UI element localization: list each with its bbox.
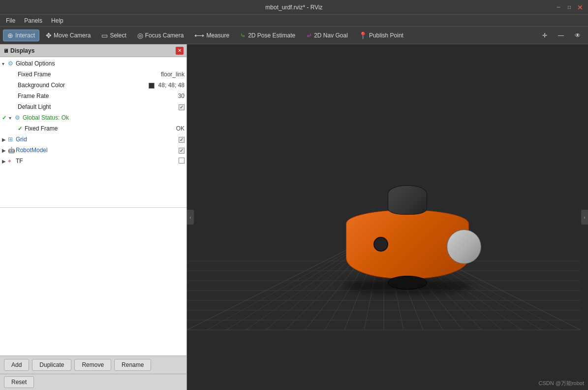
- nav-goal-icon: ⤶: [306, 32, 312, 39]
- bg-color-swatch: [149, 83, 155, 89]
- add-view-icon: ✛: [542, 32, 547, 39]
- frame-rate-label: Frame Rate: [18, 93, 176, 99]
- tf-row[interactable]: ▶ ⌖ TF: [0, 156, 186, 166]
- move-camera-icon: ✥: [46, 32, 52, 39]
- reset-bar: Reset: [0, 374, 186, 390]
- grid-expand-arrow: ▶: [2, 137, 8, 142]
- viewport-collapse-right[interactable]: ›: [581, 210, 588, 225]
- remove-button[interactable]: Remove: [74, 359, 111, 371]
- window-title: mbot_urdf.rviz* - RViz: [265, 4, 322, 11]
- toolbar-measure[interactable]: ⟷ Measure: [190, 30, 234, 41]
- global-status-arrow: ▾: [9, 115, 15, 121]
- tf-expand-arrow: ▶: [2, 159, 8, 164]
- robot-model-label[interactable]: RobotModel: [16, 147, 177, 154]
- add-button[interactable]: Add: [4, 359, 29, 371]
- frame-rate-value: 30: [178, 93, 185, 99]
- displays-panel: 🖥 Displays ✕ ▾ ⚙ Global Options Fixed Fr…: [0, 44, 186, 390]
- global-options-arrow: ▾: [2, 61, 8, 66]
- 3d-viewport[interactable]: ‹ › CSDN @万能robot: [187, 44, 588, 390]
- menu-file[interactable]: File: [2, 16, 19, 25]
- viewport-collapse-left[interactable]: ‹: [187, 210, 194, 225]
- global-options-row[interactable]: ▾ ⚙ Global Options: [0, 58, 186, 69]
- robot-wheel-right: [447, 229, 481, 264]
- toolbar-move-camera[interactable]: ✥ Move Camera: [41, 30, 95, 41]
- fixed-frame-row[interactable]: Fixed Frame floor_link: [0, 69, 186, 80]
- toolbar-publish-point[interactable]: 📍 Publish Point: [354, 30, 408, 41]
- interact-icon: ⊕: [7, 32, 13, 39]
- global-status-fixed-frame-row[interactable]: ✓ Fixed Frame OK: [0, 123, 186, 134]
- frame-rate-row[interactable]: Frame Rate 30: [0, 91, 186, 101]
- grid-checkbox-value: ✓: [179, 136, 185, 143]
- duplicate-button[interactable]: Duplicate: [32, 359, 71, 371]
- select-icon: ▭: [101, 32, 108, 39]
- pose-estimate-icon: ⤷: [240, 32, 246, 39]
- bg-color-label: Background Color: [18, 82, 147, 89]
- toolbar-right-controls: ✛ — 👁: [538, 30, 585, 41]
- toolbar-interact[interactable]: ⊕ Interact: [3, 30, 39, 41]
- grid-icon: ⊞: [8, 136, 16, 143]
- fixed-frame-label: Fixed Frame: [18, 71, 159, 78]
- default-light-row[interactable]: Default Light ✓: [0, 101, 186, 112]
- tree-extra-space: [0, 207, 186, 356]
- window-controls: ─ □ ✕: [555, 3, 584, 11]
- robot-3d-scene: [329, 165, 486, 303]
- menu-panels[interactable]: Panels: [20, 16, 46, 25]
- robot-model-checkbox[interactable]: ✓: [179, 148, 185, 154]
- robot-sensor-left: [373, 237, 388, 252]
- fixed-frame-value: floor_link: [161, 71, 185, 78]
- grid-row[interactable]: ▶ ⊞ Grid ✓: [0, 134, 186, 145]
- toolbar-remove-view[interactable]: —: [554, 30, 568, 41]
- tf-icon: ⌖: [8, 158, 16, 164]
- measure-icon: ⟷: [194, 32, 204, 39]
- camera-options-icon: 👁: [575, 32, 581, 39]
- default-light-checkbox[interactable]: ✓: [179, 104, 185, 110]
- tf-label[interactable]: TF: [16, 158, 177, 164]
- global-status-icon: ⚙: [15, 114, 23, 121]
- grid-checkbox[interactable]: ✓: [179, 137, 185, 143]
- robot-model-row[interactable]: ▶ 🤖 RobotModel ✓: [0, 145, 186, 156]
- toolbar-add-view[interactable]: ✛: [538, 30, 552, 41]
- toolbar-select[interactable]: ▭ Select: [97, 30, 130, 41]
- main-content: 🖥 Displays ✕ ▾ ⚙ Global Options Fixed Fr…: [0, 44, 588, 390]
- bg-color-row[interactable]: Background Color 48; 48; 48: [0, 80, 186, 91]
- minimize-button[interactable]: ─: [555, 3, 562, 11]
- rename-button[interactable]: Rename: [114, 359, 151, 371]
- tree-panel[interactable]: ▾ ⚙ Global Options Fixed Frame floor_lin…: [0, 57, 186, 207]
- toolbar-2d-pose[interactable]: ⤷ 2D Pose Estimate: [236, 30, 300, 41]
- bottom-buttons: Add Duplicate Remove Rename: [0, 356, 186, 374]
- menu-help[interactable]: Help: [47, 16, 67, 25]
- default-light-value: ✓: [179, 103, 185, 110]
- reset-button[interactable]: Reset: [4, 376, 34, 388]
- tf-checkbox[interactable]: [179, 158, 185, 163]
- displays-panel-icon: 🖥: [3, 48, 8, 54]
- title-bar: mbot_urdf.rviz* - RViz ─ □ ✕: [0, 0, 588, 15]
- toolbar-camera-options[interactable]: 👁: [570, 30, 585, 41]
- close-button[interactable]: ✕: [576, 3, 584, 11]
- bg-color-value: 48; 48; 48: [149, 82, 185, 89]
- global-status-check: ✓: [2, 115, 9, 121]
- toolbar: ⊕ Interact ✥ Move Camera ▭ Select ◎ Focu…: [0, 27, 588, 44]
- global-options-label: Global Options: [16, 60, 185, 67]
- fixed-frame-ok-value: OK: [176, 125, 185, 132]
- global-status-row[interactable]: ✓ ▾ ⚙ Global Status: Ok: [0, 112, 186, 123]
- robot-model-expand-arrow: ▶: [2, 148, 8, 153]
- menu-bar: File Panels Help: [0, 15, 588, 27]
- left-panel: 🖥 Displays ✕ ▾ ⚙ Global Options Fixed Fr…: [0, 44, 187, 390]
- publish-point-icon: 📍: [359, 32, 367, 39]
- grid-label[interactable]: Grid: [16, 136, 177, 143]
- displays-title: 🖥 Displays: [3, 47, 34, 54]
- global-status-label: Global Status: Ok: [23, 114, 185, 121]
- focus-camera-icon: ◎: [137, 32, 143, 39]
- robot-model-icon: 🤖: [8, 147, 16, 154]
- toolbar-2d-nav[interactable]: ⤶ 2D Nav Goal: [302, 30, 352, 41]
- global-options-icon: ⚙: [8, 60, 16, 67]
- fixed-frame-sub-label: Fixed Frame: [25, 125, 174, 132]
- remove-view-icon: —: [558, 32, 564, 39]
- toolbar-focus-camera[interactable]: ◎ Focus Camera: [133, 30, 188, 41]
- robot-model-checkbox-value: ✓: [179, 147, 185, 154]
- displays-close-button[interactable]: ✕: [176, 47, 184, 55]
- maximize-button[interactable]: □: [565, 3, 573, 11]
- default-light-label: Default Light: [18, 103, 177, 110]
- robot-wheel-center: [388, 276, 427, 290]
- robot-lidar: [388, 185, 427, 215]
